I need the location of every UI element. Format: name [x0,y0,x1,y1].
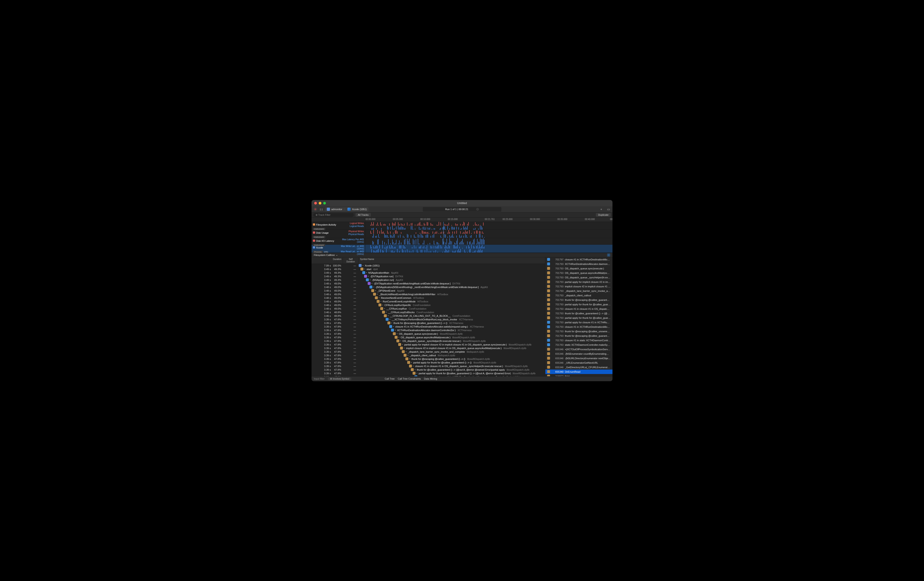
track-disk-i-o-latency[interactable]: Disk I/O LatencyInstrumentMax Latency Pe… [312,238,365,245]
calltree-row[interactable]: 3.39 s 47.8% — ▾ closure #1 in XCTHRunDe… [312,325,545,328]
disclosure-triangle[interactable]: ▾ [409,358,411,360]
input-filter[interactable]: Input filter [314,377,325,380]
calltree-row[interactable]: 3.39 s 47.8% — ▾ partial apply for closu… [312,375,545,376]
calltree-row[interactable]: 3.39 s 47.8% — ▾ __XCTHAsyncPerformBlock… [312,318,545,321]
disclosure-triangle[interactable]: ▾ [389,318,392,320]
call-tree-constraints-menu[interactable]: Call Tree Constraints [398,377,421,380]
disclosure-triangle[interactable]: ▾ [382,304,384,306]
heaviest-stack-row[interactable]: 655346 _GetDirectoryURLs(_CFURLEnumerato… [545,365,612,370]
heaviest-stack-row[interactable]: 701783 closure #1 in static XCTHDaemonCo… [545,338,612,342]
disclosure-triangle[interactable]: ▾ [400,340,403,342]
disclosure-triangle[interactable]: ▾ [366,272,368,274]
call-tree-menu[interactable]: Call Tree [385,377,394,380]
time-ruler[interactable]: 00:00.00000:05.00000:10.00000:15.00000:2… [365,217,612,222]
heaviest-stack-row[interactable]: 701793 XCTHRunDestinationAllocator.daemo… [545,262,612,266]
calltree-row[interactable]: 3.39 s 47.8% — ▾ OS_dispatch_queue._sync… [312,339,545,343]
calltree-row[interactable]: 3.48 s 49.0% — ▾ CFRunLoopRunSpecific Co… [312,303,545,307]
disclosure-triangle[interactable]: ▾ [391,322,393,324]
disclosure-triangle[interactable]: ▾ [377,293,379,295]
track-xcode[interactable]: XcodeProcess1051Max Write Lat…er 4KB (10… [312,245,365,253]
disclosure-triangle[interactable]: ▾ [408,354,410,356]
heaviest-stack-row[interactable]: 218872 fstat [545,374,612,376]
disclosure-triangle[interactable]: ▾ [388,315,390,317]
disclosure-triangle[interactable]: ▾ [373,286,376,288]
track-disk-usage[interactable]: Disk UsageInstrumentPhysical WritesPhysi… [312,230,365,238]
heaviest-stack-row[interactable]: 701793 _dispatch_client_callout [545,293,612,298]
track-filter-input[interactable]: ⊕ Track Filter [314,213,354,217]
calltree-row[interactable]: 3.39 s 47.8% — ▾ implicit closure #2 in … [312,346,545,350]
calltree-row[interactable]: 3.48 s 49.0% — ▾ _BlockUntilNextEventMat… [312,293,545,296]
disclosure-triangle[interactable]: ▾ [414,369,417,370]
calltree-row[interactable]: 3.39 s 47.8% — ▾ thunk for @escaping @ca… [312,321,545,325]
inspector-button[interactable]: i [607,253,610,257]
add-instrument-button[interactable]: + [599,207,604,211]
disclosure-triangle[interactable]: ▾ [397,333,399,335]
calltree-row[interactable]: 3.49 s 49.3% — ▾ NSApplicationMain AppKi… [312,271,545,275]
disclosure-triangle[interactable]: ▾ [368,275,370,277]
calltree-row[interactable]: 3.46 s 48.8% — ▾ __CFRUNLOOP_IS_CALLING_… [312,314,545,318]
heaviest-stack-row[interactable]: 701793 partial apply for thunk for @call… [545,316,612,320]
calltree-row[interactable]: 3.39 s 47.8% — ▾ OS_dispatch_queue.sync(… [312,332,545,336]
disclosure-triangle[interactable]: ▾ [375,290,377,291]
calltree-row[interactable]: 7.09 s 100.0% — ▾ Xcode (1051) [312,264,545,267]
calltree-row[interactable]: 3.39 s 47.8% — ▾ _dispatch_client_callou… [312,354,545,357]
duplicate-button[interactable]: Duplicate [596,213,610,217]
heaviest-stack-row[interactable]: 655346 -[NSEnumerator countByEnumerating… [545,352,612,356]
disclosure-triangle[interactable]: ▾ [418,376,421,376]
heaviest-stack-row[interactable]: 655346 _URLEnumeratorGetNextURL [545,360,612,365]
calltree-row[interactable]: 3.39 s 47.8% — ▾ thunk for @escaping @ca… [312,357,545,361]
heaviest-stack-row[interactable]: 655340 DirEnumRead [545,370,612,374]
disclosure-triangle[interactable]: ▾ [363,265,365,267]
disclosure-triangle[interactable]: ▾ [384,308,386,309]
calltree-row[interactable]: 3.39 s 47.8% — ▾ XCTHRunDestinationAlloc… [312,328,545,332]
disclosure-triangle[interactable]: ▾ [416,372,419,374]
col-self-duration[interactable]: Self Duration [343,257,359,263]
heaviest-stack-row[interactable]: 701793 _dispatch_lane_barrier_sync_invok… [545,289,612,293]
zoom-button[interactable] [323,202,326,204]
info-icon[interactable]: ⓘ [476,207,479,211]
all-tracks-button[interactable]: All Tracks [356,213,371,217]
heaviest-stack-row[interactable]: 701793 partial apply for thunk for @call… [545,302,612,307]
calltree-row[interactable]: 3.39 s 47.8% — ▾ partial apply for thunk… [312,361,545,364]
minimize-button[interactable] [319,202,322,204]
disclosure-triangle[interactable]: ▾ [370,279,372,281]
target-process-chip[interactable]: admonitor 〉 Xcode (1051) [325,207,369,211]
calltree-row[interactable]: 3.39 s 47.8% — ▾ OS_dispatch_queue.async… [312,336,545,339]
disclosure-triangle[interactable]: ▾ [371,282,374,285]
heaviest-stack-row[interactable]: 701793 thunk for @escaping @callee_guara… [545,334,612,338]
heaviest-stack-row[interactable]: 701793 OS_dispatch_queue.sync(execute:) [545,266,612,271]
library-button[interactable]: ▭ [606,207,610,211]
calltree-row[interactable]: 3.39 s 47.8% — ▾ partial apply for impli… [312,343,545,346]
disclosure-triangle[interactable]: ▾ [393,326,395,328]
involves-symbol-toggle[interactable]: ⌘ Involves Symbol [328,377,351,380]
heaviest-stack-row[interactable]: 701783 static XCTHDaemonController.makeS… [545,342,612,347]
calltree-row[interactable]: 3.49 s 49.3% — ▾ -[NSApplication run] Ap… [312,278,545,282]
col-symbol-name[interactable]: Symbol Name [359,257,545,263]
calltree-row[interactable]: 3.48 s 49.0% — ▾ _DPSNextEvent AppKit [312,289,545,293]
heaviest-stack-row[interactable]: 701793 OS_dispatch_queue._syncHelper(fn:… [545,275,612,280]
disclosure-triangle[interactable]: ▾ [398,336,401,338]
disclosure-triangle[interactable]: ▾ [381,300,383,303]
calltree-row[interactable]: 3.48 s 49.0% — ▾ -[NSApplication(NSEvent… [312,285,545,289]
heaviest-stack-row[interactable]: 655346 +[XCTOutOfProcessSymbolicationSer… [545,347,612,352]
calltree-row[interactable]: 3.48 s 49.0% — ▾ -[DVTApplication nextEv… [312,282,545,285]
disclosure-triangle[interactable]: ▾ [406,351,408,353]
calltree-row[interactable]: 3.39 s 47.8% — ▾ thunk for @callee_guara… [312,368,545,372]
heaviest-stack-row[interactable]: 701793 thunk for @escaping @callee_unown… [545,329,612,334]
record-button[interactable]: ⦿ [314,207,317,211]
close-button[interactable] [314,202,317,204]
calltree-row[interactable]: 3.46 s 48.8% — ▾ __CFRunLoopDoBlocks Cor… [312,311,545,314]
data-mining-menu[interactable]: Data Mining [424,377,437,380]
heaviest-stack-row[interactable]: 655346 -[NSURLDirectoryEnumerator nextOb… [545,356,612,360]
calltree-body[interactable]: 7.09 s 100.0% — ▾ Xcode (1051) 3.49 s 49… [312,264,545,376]
heaviest-stack-row[interactable]: 701793 thunk for @callee_guaranteed () -… [545,311,612,316]
heaviest-stack-row[interactable]: 701793 partial apply for closure #1 in X… [545,320,612,324]
heaviest-stack-row[interactable]: 701793 thunk for @escaping @callee_guara… [545,298,612,302]
calltree-row[interactable]: 3.48 s 49.0% — ▾ ReceiveNextEventCommon … [312,296,545,300]
heaviest-stack-row[interactable]: 701797 closure #1 in XCTHRunDestinationA… [545,257,612,262]
disclosure-triangle[interactable]: ▾ [402,344,404,346]
disclosure-triangle[interactable]: ▾ [395,329,397,331]
calltree-row[interactable]: 3.48 s 49.0% — ▾ RunCurrentEventLoopInMo… [312,300,545,303]
heaviest-stack-row[interactable]: 701793 closure #1 in closure #1 in OS_di… [545,307,612,311]
disclosure-triangle[interactable]: ▾ [404,347,406,349]
